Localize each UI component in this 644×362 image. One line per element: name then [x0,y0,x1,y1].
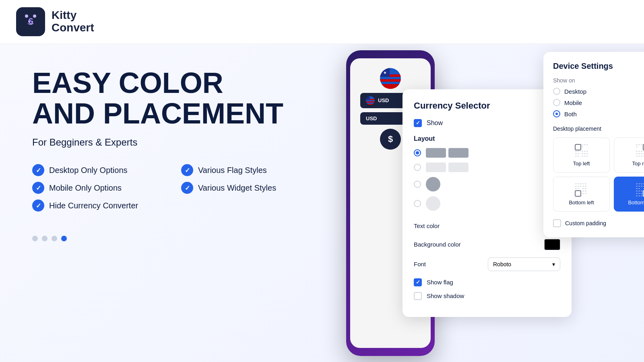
svg-rect-43 [638,151,640,152]
layout-option-4[interactable] [414,196,560,211]
mobile-radio[interactable] [553,99,560,106]
feature-4: Various Widget Styles [181,182,306,194]
placement-top-right[interactable]: Top right [614,138,644,173]
bottom-right-icon [635,183,644,197]
dot-4[interactable] [61,236,67,241]
layout-radio-4[interactable] [414,200,421,207]
custom-padding-checkbox[interactable] [553,219,561,227]
layout-label: Layout [414,135,560,142]
svg-rect-35 [584,156,586,156]
show-on-desktop[interactable]: Desktop [553,88,644,95]
layout-circle-3 [426,177,440,191]
bottom-left-icon [574,183,589,197]
layout-option-1[interactable] [414,148,560,158]
svg-rect-81 [638,186,640,187]
device-settings-title: Device Settings [553,62,644,71]
layout-block-2b [448,162,469,172]
svg-rect-58 [575,183,577,184]
show-flag-checkbox[interactable] [414,278,422,286]
dot-2[interactable] [42,236,47,241]
feature-label-5: Hide Currency Converter [49,201,138,210]
svg-rect-66 [582,183,584,184]
layout-block-1b [448,148,469,158]
svg-rect-31 [582,153,583,154]
show-flag-label: Show flag [427,279,453,286]
svg-rect-69 [585,186,586,187]
svg-rect-33 [586,153,588,154]
svg-rect-57 [575,191,581,196]
svg-rect-67 [585,183,586,184]
svg-rect-72 [582,191,584,191]
svg-text:★: ★ [383,70,387,75]
show-on-mobile[interactable]: Mobile [553,99,644,106]
svg-rect-91 [636,191,638,191]
svg-rect-97 [636,195,638,196]
show-checkbox[interactable] [414,119,422,127]
svg-rect-94 [636,193,638,194]
desktop-radio[interactable] [553,88,560,95]
svg-rect-74 [582,193,584,194]
placement-bottom-left[interactable]: Bottom left [553,177,610,212]
show-on-both[interactable]: Both [553,110,644,117]
logo-icon: € [21,12,40,31]
dot-1[interactable] [32,236,38,241]
svg-rect-27 [578,156,579,156]
svg-rect-16 [366,96,370,100]
desktop-placement-label: Desktop placement [553,125,644,132]
check-icon-3 [32,182,44,194]
layout-block-1a [426,148,446,158]
custom-padding-label: Custom padding [565,220,644,226]
svg-rect-36 [586,156,588,156]
text-color-label: Text color [414,222,440,229]
layout-radio-1[interactable] [414,149,421,156]
show-on-label: Show on [553,77,644,84]
svg-rect-17 [575,144,581,150]
chevron-down-icon: ▾ [552,261,555,267]
check-icon-2 [181,164,193,176]
svg-rect-60 [580,183,582,184]
app-name-line1: Kitty [52,9,94,22]
font-label: Font [414,261,426,267]
hero-title-line2: AND PLACEMENT [32,97,283,130]
svg-rect-49 [638,156,640,156]
svg-rect-40 [641,144,642,145]
svg-point-4 [28,21,30,23]
font-select[interactable]: Roboto ▾ [488,257,560,271]
placement-bottom-right[interactable]: Bottom right [614,177,644,212]
show-shadow-row: Show shadow [414,292,560,300]
currency-selector-title: Currency Selector [414,101,560,111]
usd-dark-text: USD [366,115,377,121]
feature-2: Various Flag Styles [181,164,306,176]
dollar-symbol: $ [388,134,393,144]
svg-rect-59 [578,183,579,184]
layout-preview-2 [426,162,469,172]
show-shadow-checkbox[interactable] [414,292,422,300]
svg-rect-46 [638,153,640,154]
layout-radio-2[interactable] [414,164,421,171]
svg-point-3 [33,14,36,18]
svg-rect-29 [584,151,586,152]
layout-radio-3[interactable] [414,181,421,188]
bg-color-swatch[interactable] [544,239,560,250]
custom-padding-row: Custom padding ? [553,219,644,228]
show-shadow-label: Show shadow [427,292,464,299]
hero-title-line1: EASY COLOR [32,67,223,99]
svg-rect-79 [641,183,642,184]
right-panel: ★ USD ≡ USD [330,44,644,362]
svg-rect-73 [585,191,586,191]
layout-option-2[interactable] [414,162,560,172]
placement-top-left[interactable]: Top left [553,138,610,173]
svg-rect-30 [586,151,588,152]
dot-3[interactable] [52,236,57,241]
svg-rect-45 [636,153,638,154]
font-row: Font Roboto ▾ [414,257,560,271]
both-radio[interactable] [553,110,560,117]
svg-rect-78 [638,183,640,184]
svg-rect-84 [638,188,640,189]
svg-rect-41 [636,146,638,147]
svg-rect-28 [582,151,583,152]
svg-rect-21 [582,146,583,147]
top-left-icon [574,144,589,158]
layout-option-3[interactable] [414,177,560,191]
feature-5: Hide Currency Converter [32,200,157,212]
